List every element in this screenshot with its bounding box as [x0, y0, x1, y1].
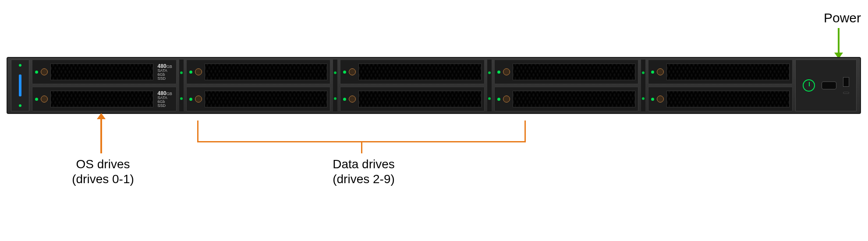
data-drives-annotation-label: Data drives (drives 2-9) — [307, 157, 421, 186]
drive-bay-3[interactable] — [186, 87, 331, 111]
vga-port-icon[interactable] — [822, 82, 836, 89]
server-chassis: 480GB SATA 6Gb SSD 480GB SATA 6Gb SSD — [7, 57, 861, 114]
usb-c-port-icon[interactable] — [843, 92, 849, 94]
drive-latch-icon[interactable] — [195, 68, 202, 75]
drive-bay-2[interactable] — [186, 60, 331, 84]
status-led-icon — [19, 104, 21, 107]
data-drives-annotation-bracket — [197, 120, 526, 142]
activity-led-icon — [189, 98, 192, 101]
drive-latch-icon[interactable] — [41, 96, 48, 103]
drive-grille-icon — [513, 91, 636, 107]
os-drives-annotation-arrow — [100, 118, 102, 153]
bay-divider — [641, 60, 645, 111]
drive-bay-5[interactable] — [340, 87, 485, 111]
activity-led-icon — [343, 98, 346, 101]
power-annotation-arrow — [838, 28, 840, 53]
power-button[interactable] — [803, 79, 815, 92]
drive-capacity-badge: 480GB SATA 6Gb SSD — [156, 64, 174, 81]
drive-column — [186, 60, 331, 111]
bay-divider — [487, 60, 492, 111]
drive-bay-4[interactable] — [340, 60, 485, 84]
power-annotation-label: Power — [824, 11, 861, 25]
drive-bay-9[interactable] — [648, 87, 793, 111]
bay-divider — [333, 60, 337, 111]
activity-led-icon — [497, 71, 500, 74]
drive-latch-icon[interactable] — [503, 68, 510, 75]
drive-column: 480GB SATA 6Gb SSD 480GB SATA 6Gb SSD — [32, 60, 177, 111]
drive-capacity-badge: 480GB SATA 6Gb SSD — [156, 91, 174, 108]
data-drives-annotation-stem — [361, 142, 362, 153]
usb-port-icon[interactable] — [843, 77, 849, 87]
drive-latch-icon[interactable] — [657, 68, 664, 75]
activity-led-icon — [35, 98, 38, 101]
os-drives-annotation-label: OS drives (drives 0-1) — [53, 157, 153, 186]
drive-grille-icon — [513, 64, 636, 80]
drive-grille-icon — [666, 64, 790, 80]
activity-led-icon — [343, 71, 346, 74]
drive-bay-8[interactable] — [648, 60, 793, 84]
drive-bay-1[interactable]: 480GB SATA 6Gb SSD — [32, 87, 177, 111]
drive-latch-icon[interactable] — [657, 96, 664, 103]
drive-bay-area: 480GB SATA 6Gb SSD 480GB SATA 6Gb SSD — [32, 60, 793, 111]
drive-grille-icon — [205, 91, 328, 107]
drive-grille-icon — [50, 91, 153, 107]
bay-divider — [179, 60, 184, 111]
status-led-strip — [19, 74, 21, 96]
status-led-icon — [19, 64, 21, 67]
drive-latch-icon[interactable] — [503, 96, 510, 103]
activity-led-icon — [189, 71, 192, 74]
left-rack-ear — [11, 60, 29, 111]
drive-latch-icon[interactable] — [41, 68, 48, 75]
drive-bay-0[interactable]: 480GB SATA 6Gb SSD — [32, 60, 177, 84]
front-control-panel — [795, 60, 857, 111]
drive-column — [494, 60, 639, 111]
drive-column — [648, 60, 793, 111]
drive-grille-icon — [50, 64, 153, 80]
activity-led-icon — [35, 71, 38, 74]
drive-bay-7[interactable] — [494, 87, 639, 111]
drive-grille-icon — [358, 91, 482, 107]
drive-latch-icon[interactable] — [195, 96, 202, 103]
activity-led-icon — [651, 98, 654, 101]
drive-bay-6[interactable] — [494, 60, 639, 84]
drive-grille-icon — [205, 64, 328, 80]
drive-latch-icon[interactable] — [349, 68, 356, 75]
drive-latch-icon[interactable] — [349, 96, 356, 103]
activity-led-icon — [497, 98, 500, 101]
drive-grille-icon — [666, 91, 790, 107]
drive-grille-icon — [358, 64, 482, 80]
drive-column — [340, 60, 485, 111]
activity-led-icon — [651, 71, 654, 74]
